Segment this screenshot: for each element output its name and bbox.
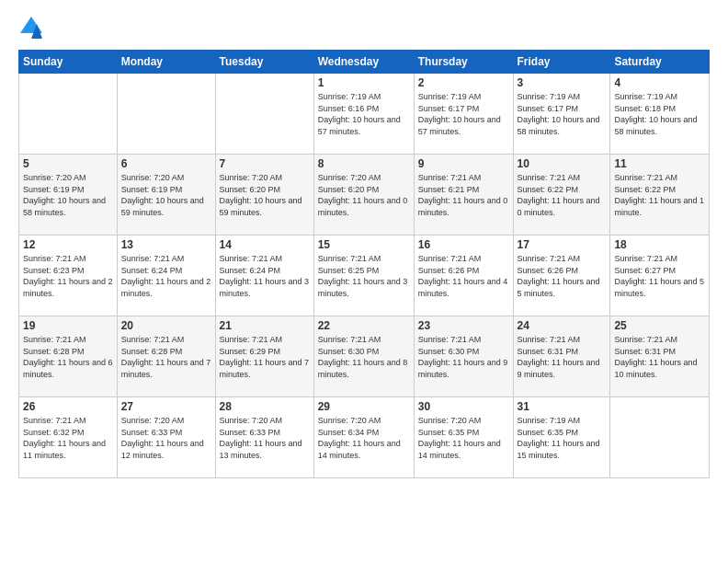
day-number: 28 bbox=[220, 400, 310, 413]
logo-icon bbox=[18, 15, 44, 40]
day-number: 13 bbox=[121, 238, 211, 251]
day-number: 21 bbox=[220, 319, 310, 332]
page: SundayMondayTuesdayWednesdayThursdayFrid… bbox=[0, 0, 728, 563]
calendar-cell: 5Sunrise: 7:20 AMSunset: 6:19 PMDaylight… bbox=[19, 155, 118, 236]
calendar-week-1: 1Sunrise: 7:19 AMSunset: 6:16 PMDaylight… bbox=[19, 74, 710, 155]
day-number: 12 bbox=[23, 238, 113, 251]
calendar-cell: 2Sunrise: 7:19 AMSunset: 6:17 PMDaylight… bbox=[414, 74, 513, 155]
day-number: 2 bbox=[418, 76, 509, 89]
calendar-week-2: 5Sunrise: 7:20 AMSunset: 6:19 PMDaylight… bbox=[19, 155, 710, 236]
day-number: 19 bbox=[23, 319, 113, 332]
day-info: Sunrise: 7:20 AMSunset: 6:34 PMDaylight:… bbox=[318, 415, 410, 461]
weekday-header-monday: Monday bbox=[117, 51, 215, 74]
day-info: Sunrise: 7:21 AMSunset: 6:31 PMDaylight:… bbox=[518, 334, 607, 380]
calendar-week-3: 12Sunrise: 7:21 AMSunset: 6:23 PMDayligh… bbox=[19, 236, 710, 316]
calendar-cell: 27Sunrise: 7:20 AMSunset: 6:33 PMDayligh… bbox=[117, 397, 215, 478]
calendar-cell: 23Sunrise: 7:21 AMSunset: 6:30 PMDayligh… bbox=[414, 316, 513, 397]
day-info: Sunrise: 7:21 AMSunset: 6:26 PMDaylight:… bbox=[518, 253, 607, 299]
day-number: 23 bbox=[418, 319, 509, 332]
weekday-header-tuesday: Tuesday bbox=[215, 51, 313, 74]
calendar-cell: 9Sunrise: 7:21 AMSunset: 6:21 PMDaylight… bbox=[414, 155, 513, 236]
calendar-cell: 25Sunrise: 7:21 AMSunset: 6:31 PMDayligh… bbox=[610, 316, 710, 397]
day-number: 1 bbox=[318, 76, 410, 89]
calendar-cell bbox=[215, 74, 313, 155]
day-info: Sunrise: 7:19 AMSunset: 6:18 PMDaylight:… bbox=[614, 91, 705, 137]
day-number: 14 bbox=[220, 238, 310, 251]
calendar-cell: 31Sunrise: 7:19 AMSunset: 6:35 PMDayligh… bbox=[513, 397, 610, 478]
day-info: Sunrise: 7:21 AMSunset: 6:24 PMDaylight:… bbox=[121, 253, 211, 299]
day-info: Sunrise: 7:21 AMSunset: 6:22 PMDaylight:… bbox=[614, 172, 705, 218]
day-info: Sunrise: 7:21 AMSunset: 6:30 PMDaylight:… bbox=[318, 334, 410, 380]
day-info: Sunrise: 7:21 AMSunset: 6:25 PMDaylight:… bbox=[318, 253, 410, 299]
calendar-cell: 4Sunrise: 7:19 AMSunset: 6:18 PMDaylight… bbox=[610, 74, 710, 155]
calendar-cell: 14Sunrise: 7:21 AMSunset: 6:24 PMDayligh… bbox=[215, 236, 313, 316]
day-info: Sunrise: 7:21 AMSunset: 6:29 PMDaylight:… bbox=[220, 334, 310, 380]
calendar-cell: 28Sunrise: 7:20 AMSunset: 6:33 PMDayligh… bbox=[215, 397, 313, 478]
day-info: Sunrise: 7:19 AMSunset: 6:16 PMDaylight:… bbox=[318, 91, 410, 137]
calendar-cell: 18Sunrise: 7:21 AMSunset: 6:27 PMDayligh… bbox=[610, 236, 710, 316]
calendar-cell: 12Sunrise: 7:21 AMSunset: 6:23 PMDayligh… bbox=[19, 236, 118, 316]
day-info: Sunrise: 7:20 AMSunset: 6:33 PMDaylight:… bbox=[220, 415, 310, 461]
day-info: Sunrise: 7:21 AMSunset: 6:28 PMDaylight:… bbox=[121, 334, 211, 380]
day-info: Sunrise: 7:20 AMSunset: 6:20 PMDaylight:… bbox=[220, 172, 310, 218]
calendar-cell: 16Sunrise: 7:21 AMSunset: 6:26 PMDayligh… bbox=[414, 236, 513, 316]
day-number: 29 bbox=[318, 400, 410, 413]
day-info: Sunrise: 7:20 AMSunset: 6:19 PMDaylight:… bbox=[23, 172, 113, 218]
calendar-cell: 26Sunrise: 7:21 AMSunset: 6:32 PMDayligh… bbox=[19, 397, 118, 478]
calendar-cell: 6Sunrise: 7:20 AMSunset: 6:19 PMDaylight… bbox=[117, 155, 215, 236]
calendar-cell: 22Sunrise: 7:21 AMSunset: 6:30 PMDayligh… bbox=[313, 316, 414, 397]
day-info: Sunrise: 7:21 AMSunset: 6:28 PMDaylight:… bbox=[23, 334, 113, 380]
day-number: 17 bbox=[518, 238, 607, 251]
calendar-cell: 13Sunrise: 7:21 AMSunset: 6:24 PMDayligh… bbox=[117, 236, 215, 316]
calendar-cell: 17Sunrise: 7:21 AMSunset: 6:26 PMDayligh… bbox=[513, 236, 610, 316]
day-info: Sunrise: 7:20 AMSunset: 6:35 PMDaylight:… bbox=[418, 415, 509, 461]
calendar-week-5: 26Sunrise: 7:21 AMSunset: 6:32 PMDayligh… bbox=[19, 397, 710, 478]
day-info: Sunrise: 7:19 AMSunset: 6:17 PMDaylight:… bbox=[418, 91, 509, 137]
weekday-header-wednesday: Wednesday bbox=[313, 51, 414, 74]
day-number: 8 bbox=[318, 157, 410, 170]
calendar-cell: 29Sunrise: 7:20 AMSunset: 6:34 PMDayligh… bbox=[313, 397, 414, 478]
day-info: Sunrise: 7:19 AMSunset: 6:35 PMDaylight:… bbox=[518, 415, 607, 461]
weekday-header-row: SundayMondayTuesdayWednesdayThursdayFrid… bbox=[19, 51, 710, 74]
day-number: 4 bbox=[614, 76, 705, 89]
calendar-cell: 30Sunrise: 7:20 AMSunset: 6:35 PMDayligh… bbox=[414, 397, 513, 478]
day-number: 6 bbox=[121, 157, 211, 170]
logo bbox=[18, 15, 48, 40]
calendar-cell: 15Sunrise: 7:21 AMSunset: 6:25 PMDayligh… bbox=[313, 236, 414, 316]
weekday-header-friday: Friday bbox=[513, 51, 610, 74]
day-info: Sunrise: 7:21 AMSunset: 6:26 PMDaylight:… bbox=[418, 253, 509, 299]
day-info: Sunrise: 7:20 AMSunset: 6:20 PMDaylight:… bbox=[318, 172, 410, 218]
day-number: 18 bbox=[614, 238, 705, 251]
day-info: Sunrise: 7:21 AMSunset: 6:21 PMDaylight:… bbox=[418, 172, 509, 218]
calendar-cell bbox=[19, 74, 118, 155]
day-info: Sunrise: 7:20 AMSunset: 6:19 PMDaylight:… bbox=[121, 172, 211, 218]
day-number: 16 bbox=[418, 238, 509, 251]
day-number: 9 bbox=[418, 157, 509, 170]
day-info: Sunrise: 7:21 AMSunset: 6:31 PMDaylight:… bbox=[614, 334, 705, 380]
calendar-cell: 7Sunrise: 7:20 AMSunset: 6:20 PMDaylight… bbox=[215, 155, 313, 236]
calendar-cell: 3Sunrise: 7:19 AMSunset: 6:17 PMDaylight… bbox=[513, 74, 610, 155]
day-info: Sunrise: 7:21 AMSunset: 6:22 PMDaylight:… bbox=[518, 172, 607, 218]
calendar-table: SundayMondayTuesdayWednesdayThursdayFrid… bbox=[18, 50, 710, 478]
calendar-cell bbox=[610, 397, 710, 478]
day-number: 3 bbox=[518, 76, 607, 89]
calendar-cell: 1Sunrise: 7:19 AMSunset: 6:16 PMDaylight… bbox=[313, 74, 414, 155]
weekday-header-sunday: Sunday bbox=[19, 51, 118, 74]
calendar-cell: 8Sunrise: 7:20 AMSunset: 6:20 PMDaylight… bbox=[313, 155, 414, 236]
weekday-header-saturday: Saturday bbox=[610, 51, 710, 74]
header bbox=[18, 15, 710, 40]
day-number: 11 bbox=[614, 157, 705, 170]
day-number: 27 bbox=[121, 400, 211, 413]
weekday-header-thursday: Thursday bbox=[414, 51, 513, 74]
calendar-cell: 21Sunrise: 7:21 AMSunset: 6:29 PMDayligh… bbox=[215, 316, 313, 397]
calendar-cell: 10Sunrise: 7:21 AMSunset: 6:22 PMDayligh… bbox=[513, 155, 610, 236]
calendar-cell: 19Sunrise: 7:21 AMSunset: 6:28 PMDayligh… bbox=[19, 316, 118, 397]
calendar-cell: 11Sunrise: 7:21 AMSunset: 6:22 PMDayligh… bbox=[610, 155, 710, 236]
calendar-cell bbox=[117, 74, 215, 155]
day-info: Sunrise: 7:20 AMSunset: 6:33 PMDaylight:… bbox=[121, 415, 211, 461]
calendar-cell: 24Sunrise: 7:21 AMSunset: 6:31 PMDayligh… bbox=[513, 316, 610, 397]
day-info: Sunrise: 7:21 AMSunset: 6:24 PMDaylight:… bbox=[220, 253, 310, 299]
day-number: 15 bbox=[318, 238, 410, 251]
day-info: Sunrise: 7:21 AMSunset: 6:27 PMDaylight:… bbox=[614, 253, 705, 299]
day-number: 24 bbox=[518, 319, 607, 332]
